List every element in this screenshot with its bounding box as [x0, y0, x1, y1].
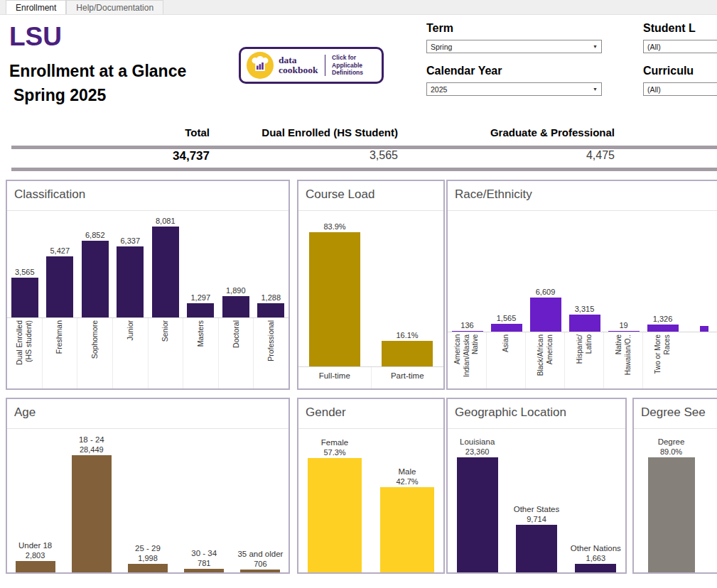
age-bar-1[interactable]: [16, 561, 55, 572]
divider: [325, 55, 326, 76]
age-bar-cell: 30 - 34781: [176, 548, 232, 572]
age-bar-3[interactable]: [128, 564, 168, 572]
race-ethnicity-bar-cell: 1,326: [643, 315, 682, 332]
summary-value-dual-enrolled: 3,565: [245, 149, 398, 162]
tab-enrollment[interactable]: Enrollment: [6, 0, 66, 14]
bar-category-label: Sophomore: [77, 318, 113, 388]
curriculum-dropdown[interactable]: (All) ▼: [643, 82, 717, 96]
lsu-logo: LSU: [9, 23, 62, 50]
data-cookbook-link[interactable]: data cookbook Click for Applicable Defin…: [239, 47, 384, 84]
divider-band: [11, 168, 717, 171]
student-level-dropdown[interactable]: (All) ▼: [643, 40, 717, 53]
data-cookbook-note: Click for Applicable Definitions: [332, 54, 376, 77]
calendar-year-dropdown[interactable]: 2025 ▼: [426, 82, 602, 96]
race-ethnicity-bar-6[interactable]: [647, 325, 679, 332]
classification-bar-cell: 6,852: [77, 231, 113, 317]
summary-column-dual-enrolled: Dual Enrolled (HS Student) 3,565: [245, 126, 398, 162]
classification-bar-1[interactable]: [11, 278, 38, 317]
filter-calendar-year: Calendar Year 2025 ▼: [426, 65, 602, 96]
bar-category-label: Two or More Races: [643, 332, 682, 388]
bar-value-label: 2,803: [26, 551, 45, 560]
filter-term: Term Spring ▼: [426, 22, 602, 53]
classification-bar-2[interactable]: [46, 256, 73, 317]
course-load-bar-2[interactable]: [382, 341, 433, 366]
age-bar-4[interactable]: [184, 569, 224, 572]
classification-bar-cell: 8,081: [148, 217, 183, 317]
classification-bar-6[interactable]: [187, 303, 214, 317]
race-ethnicity-bar-2[interactable]: [491, 324, 522, 332]
bar-category-label: Under 18: [18, 540, 52, 551]
bar-value-label: 1,297: [190, 293, 210, 302]
panel-title-age: Age: [7, 399, 289, 429]
geographic-location-bar-3[interactable]: [575, 564, 616, 572]
bar-category-label: American Indian/Alaska Native: [448, 332, 487, 388]
bar-value-label: 1,890: [226, 286, 246, 295]
race-ethnicity-bar-cell: 136: [448, 321, 487, 332]
bar-value-label: 19: [619, 321, 627, 330]
classification-bar-7[interactable]: [222, 296, 249, 317]
classification-bar-5[interactable]: [152, 227, 179, 317]
race-ethnicity-bar-cell: 1,565: [487, 314, 526, 332]
degree-seeking-bar-1[interactable]: [648, 457, 695, 572]
classification-bar-cell: 1,288: [254, 293, 289, 317]
bar-value-label: 9,714: [527, 515, 546, 523]
degree-seeking-chart: Degree89.0%: [634, 429, 717, 572]
dashboard: Enrollment Help/Documentation LSU Enroll…: [0, 0, 717, 588]
curriculum-dropdown-value: (All): [647, 85, 661, 94]
panel-title-classification: Classification: [7, 181, 289, 211]
summary-value-grad-professional: 4,475: [462, 149, 615, 162]
geographic-location-bar-2[interactable]: [516, 525, 557, 572]
race-ethnicity-bar-1[interactable]: [452, 331, 483, 332]
classification-bar-8[interactable]: [257, 303, 284, 317]
classification-plot: 3,5655,4276,8526,3378,0811,2971,8901,288: [7, 211, 289, 317]
gender-bar-cell: Female57.3%: [298, 437, 371, 572]
filter-calendar-year-label: Calendar Year: [426, 65, 602, 77]
bar-value-label: 8,081: [156, 217, 176, 225]
data-cookbook-logo-icon: [247, 52, 274, 79]
gender-bar-1[interactable]: [308, 458, 362, 572]
bar-value-label: 6,337: [120, 236, 140, 245]
sheet-tab-bar: Enrollment Help/Documentation: [0, 0, 717, 15]
panel-title-degree-seeking: Degree See: [634, 399, 717, 429]
race-ethnicity-bar-3[interactable]: [530, 298, 561, 332]
classification-bar-4[interactable]: [117, 246, 144, 317]
page-title: Enrollment at a Glance: [9, 62, 186, 81]
bar-category-label: Degree: [658, 437, 685, 447]
calendar-year-dropdown-value: 2025: [431, 85, 447, 94]
bar-category-label: Native Hawaiian/O..: [604, 332, 643, 388]
race-ethnicity-chart: 1361,5656,6093,315191,326American Indian…: [448, 211, 717, 388]
bar-category-label: Black/African American: [526, 332, 565, 388]
filter-student-level: Student L (All) ▼: [643, 22, 717, 53]
geographic-location-bar-cell: Other Nations1,663: [566, 543, 625, 572]
divider-band: [11, 146, 717, 149]
bar-value-label: 6,852: [85, 231, 105, 239]
gender-bar-2[interactable]: [380, 487, 434, 572]
dropdown-caret-icon: ▼: [593, 87, 598, 92]
panel-title-gender: Gender: [298, 399, 443, 429]
bar-value-label: 1,663: [586, 554, 606, 562]
age-bar-2[interactable]: [72, 455, 112, 572]
race-ethnicity-bar-partial[interactable]: [700, 326, 708, 332]
age-bar-5[interactable]: [240, 570, 280, 572]
geographic-location-chart: Louisiana23,360Other States9,714Other Na…: [448, 429, 625, 572]
data-cookbook-wordmark: data cookbook: [279, 55, 318, 75]
bar-value-label: 781: [198, 559, 210, 567]
bar-category-label: 18 - 24: [79, 435, 104, 445]
classification-bar-3[interactable]: [82, 241, 109, 317]
bar-category-label: Part-time: [372, 367, 444, 388]
course-load-bar-1[interactable]: [309, 232, 360, 366]
term-dropdown[interactable]: Spring ▼: [426, 40, 602, 53]
bar-value-label: 3,565: [15, 268, 35, 276]
page-subtitle: Spring 2025: [14, 86, 106, 105]
geographic-location-bar-1[interactable]: [457, 457, 498, 572]
bar-value-label: 89.0%: [660, 447, 682, 456]
filter-term-label: Term: [426, 22, 602, 35]
tab-help-documentation[interactable]: Help/Documentation: [66, 0, 163, 14]
race-ethnicity-bar-5[interactable]: [608, 331, 640, 332]
course-load-bar-cell: 83.9%: [298, 222, 371, 366]
course-load-category-labels: Full-timePart-time: [298, 367, 443, 388]
filter-curriculum-label: Curriculu: [643, 65, 717, 77]
race-ethnicity-bar-4[interactable]: [569, 315, 600, 332]
bar-category-label: Freshman: [43, 318, 78, 388]
dropdown-caret-icon: ▼: [593, 44, 598, 49]
